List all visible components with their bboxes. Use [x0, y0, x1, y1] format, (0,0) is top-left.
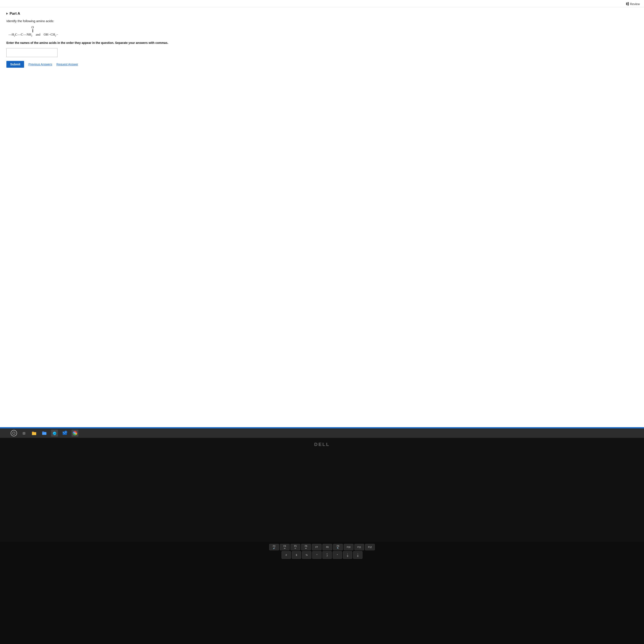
key-rparen[interactable]: ) 0 [353, 551, 362, 559]
key-dollar-label: $ [296, 554, 297, 556]
review-label: Review [630, 2, 640, 6]
key-0-label: 0 [357, 555, 358, 557]
dell-area: DELL [0, 438, 644, 542]
key-ampersand-top: & [326, 553, 328, 555]
chem-h2c: H2C [12, 32, 17, 37]
key-f5-label: F5 [294, 545, 297, 547]
key-f6-sub: ⏭ [305, 547, 307, 549]
chemical-structure: O ‖ — H2C — C — NH2 and OH − CH2 − [6, 26, 638, 37]
key-f6-label: F6 [305, 545, 307, 547]
num-key-row: # $ % ^ & 7 * ( 9 ) 0 [282, 551, 362, 559]
svg-rect-5 [42, 432, 46, 435]
key-lparen-top: ( [347, 553, 348, 555]
request-answer-link[interactable]: Request Answer [56, 63, 78, 66]
edge-wrap[interactable] [51, 430, 58, 437]
task-view-icon[interactable]: ⊟ [20, 430, 27, 437]
top-bar: Review [0, 0, 644, 7]
key-caret-label: ^ [316, 554, 318, 556]
svg-rect-2 [32, 433, 36, 435]
key-percent-label: % [306, 554, 308, 556]
answer-input[interactable] [6, 48, 57, 57]
instruction-text: Enter the names of the amino acids in th… [6, 41, 638, 45]
chem-oh: OH [44, 32, 48, 37]
keyboard-area: F3 🔊 F4 ⏮ F5 ⏯ F6 ⏭ F7 F8 F9 🔍 F10 F11 [0, 542, 644, 644]
key-f10[interactable]: F10 [344, 544, 354, 550]
main-content: Part A Identify the following amino acid… [0, 7, 644, 427]
key-rparen-top: ) [358, 553, 358, 555]
key-f9-label: F9 [337, 545, 339, 547]
action-row: Submit Previous Answers Request Answer [6, 61, 638, 68]
previous-answers-link[interactable]: Previous Answers [28, 63, 52, 66]
question-identify-text: Identify the following amino acids: [6, 19, 638, 23]
key-caret[interactable]: ^ [312, 551, 322, 559]
key-f11[interactable]: F11 [354, 544, 364, 550]
collapse-icon[interactable] [6, 13, 8, 15]
key-f10-label: F10 [347, 546, 350, 548]
key-f4[interactable]: F4 ⏮ [280, 544, 290, 550]
chrome-wrap[interactable] [72, 430, 78, 437]
chem-nh2: NH2 [27, 32, 32, 37]
key-percent[interactable]: % [302, 551, 311, 559]
windows-start-wrap[interactable] [11, 430, 17, 436]
taskbar: ⊟ [0, 428, 644, 438]
chem-double-bond: ‖ [32, 29, 638, 32]
key-7-label: 7 [326, 555, 328, 557]
key-f7[interactable]: F7 [312, 544, 322, 550]
key-f8[interactable]: F8 [322, 544, 332, 550]
key-f3-label: F3 [273, 545, 275, 547]
svg-rect-6 [42, 431, 44, 433]
key-f9-sub: 🔍 [337, 547, 339, 549]
chem-oxygen-top: O [32, 26, 638, 29]
key-f3-sub: 🔊 [273, 547, 275, 549]
key-f4-sub: ⏮ [284, 547, 286, 549]
review-icon [626, 2, 629, 6]
key-9-label: 9 [347, 555, 348, 557]
chem-dash-1: — [17, 32, 21, 37]
key-f6[interactable]: F6 ⏭ [301, 544, 311, 550]
key-f8-label: F8 [326, 546, 329, 548]
key-ampersand[interactable]: & 7 [322, 551, 332, 559]
chem-and: and [36, 32, 40, 37]
submit-button[interactable]: Submit [6, 61, 24, 68]
key-f12-label: F12 [368, 546, 372, 548]
svg-rect-3 [32, 432, 34, 433]
svg-point-11 [74, 433, 76, 434]
dell-logo: DELL [314, 442, 330, 447]
key-f9[interactable]: F9 🔍 [333, 544, 343, 550]
chem-dash-2: — [23, 32, 26, 37]
key-star[interactable]: * [333, 551, 342, 559]
chem-c: C [21, 32, 23, 37]
file-explorer-icon[interactable] [31, 430, 37, 437]
chem-main-line: — H2C — C — NH2 and OH − CH2 − [9, 32, 638, 37]
file-explorer-wrap[interactable] [31, 430, 37, 437]
key-f12[interactable]: F12 [365, 544, 375, 550]
key-hash-label: # [286, 554, 287, 556]
part-header: Part A [6, 11, 638, 16]
key-hash[interactable]: # [282, 551, 291, 559]
key-f5-sub: ⏯ [295, 547, 296, 549]
key-dollar[interactable]: $ [292, 551, 301, 559]
edge-icon[interactable] [51, 430, 58, 437]
mail-wrap[interactable]: 4 [61, 430, 68, 437]
chem-dash-4: − [56, 32, 58, 37]
chem-ch2: CH2 [50, 32, 56, 37]
key-f3[interactable]: F3 🔊 [269, 544, 279, 550]
task-view-wrap[interactable]: ⊟ [20, 430, 27, 437]
chem-dash-left: — [9, 32, 12, 37]
svg-point-0 [13, 432, 15, 434]
key-f4-label: F4 [283, 545, 286, 547]
key-f11-label: F11 [357, 546, 361, 548]
windows-start-button[interactable] [11, 430, 17, 436]
folder-wrap[interactable] [41, 430, 48, 437]
key-lparen[interactable]: ( 9 [343, 551, 352, 559]
part-title: Part A [10, 11, 20, 16]
fn-key-row: F3 🔊 F4 ⏮ F5 ⏯ F6 ⏭ F7 F8 F9 🔍 F10 F11 [269, 544, 375, 550]
key-f5[interactable]: F5 ⏯ [290, 544, 300, 550]
folder-icon[interactable] [41, 430, 48, 437]
screen: Review Part A Identify the following ami… [0, 0, 644, 438]
key-f7-label: F7 [315, 546, 318, 548]
chrome-icon[interactable] [72, 430, 78, 437]
chem-dash-3: − [49, 32, 50, 37]
key-star-label: * [337, 554, 338, 556]
review-button[interactable]: Review [626, 2, 640, 6]
